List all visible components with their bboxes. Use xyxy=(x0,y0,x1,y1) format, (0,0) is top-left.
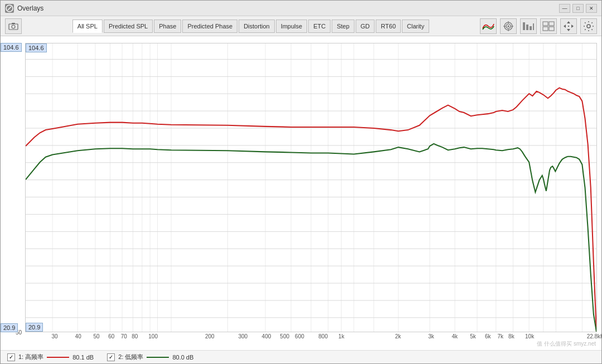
y-bottom-value: 20.9 xyxy=(1,323,18,332)
svg-rect-24 xyxy=(568,26,569,27)
svg-marker-20 xyxy=(567,21,570,23)
svg-marker-23 xyxy=(571,25,574,28)
tab-impulse[interactable]: Impulse xyxy=(276,20,308,33)
svg-rect-12 xyxy=(523,22,525,30)
chart-container: SPL 104.6 20.9 100 95 90 85 80 75 70 65 … xyxy=(1,38,601,350)
tab-all-spl[interactable]: All SPL xyxy=(72,20,103,33)
svg-point-25 xyxy=(587,25,590,28)
svg-marker-21 xyxy=(567,29,570,31)
toolbar-right xyxy=(480,18,597,34)
svg-point-7 xyxy=(508,25,509,27)
window-title: Overlays xyxy=(17,4,43,12)
tab-phase[interactable]: Phase xyxy=(154,20,181,33)
x-tick-3k: 3k xyxy=(428,333,434,339)
legend-label-2: 2: 低频率 xyxy=(118,353,143,361)
svg-rect-14 xyxy=(530,26,532,30)
x-tick-300: 300 xyxy=(238,333,247,339)
tab-rt60[interactable]: RT60 xyxy=(376,20,401,33)
x-tick-6k: 6k xyxy=(485,333,491,339)
target-icon-btn[interactable] xyxy=(500,18,517,34)
x-tick-22.8kHz: 22.8kHz xyxy=(587,333,602,339)
title-bar-left: Overlays xyxy=(5,4,43,13)
settings-icon-btn[interactable] xyxy=(580,18,597,34)
tab-buttons: All SPL Predicted SPL Phase Predicted Ph… xyxy=(72,20,429,33)
legend-checkbox-2[interactable]: ✓ xyxy=(107,353,115,361)
chart-bottom-left-value: 20.9 xyxy=(26,323,43,332)
legend-db-2: 80.0 dB xyxy=(172,354,193,361)
x-tick-4k: 4k xyxy=(452,333,458,339)
chart-plot: /* computed in JS below */ xyxy=(25,43,597,332)
toolbar: All SPL Predicted SPL Phase Predicted Ph… xyxy=(1,16,601,36)
x-tick-800: 800 xyxy=(318,333,328,339)
overlays-window: Overlays — □ ✕ All SPL Predicted SPL Pha… xyxy=(0,0,602,364)
x-tick-400: 400 xyxy=(262,333,271,339)
x-tick-600: 600 xyxy=(295,333,304,339)
x-tick-200: 200 xyxy=(205,333,215,339)
tab-predicted-spl[interactable]: Predicted SPL xyxy=(104,20,153,33)
svg-rect-16 xyxy=(543,22,548,26)
legend-line-2 xyxy=(147,357,169,358)
svg-rect-4 xyxy=(12,23,15,24)
tab-etc[interactable]: ETC xyxy=(308,20,331,33)
x-tick-80: 80 xyxy=(132,333,138,339)
svg-rect-18 xyxy=(543,27,548,31)
legend-db-1: 80.1 dB xyxy=(72,354,94,361)
window-controls: — □ ✕ xyxy=(559,4,597,13)
chart-top-left-value: 104.6 xyxy=(26,43,47,52)
svg-point-3 xyxy=(12,25,15,28)
x-tick-40: 40 xyxy=(75,333,81,339)
x-tick-2k: 2k xyxy=(395,333,401,339)
bar-chart-icon-btn[interactable] xyxy=(520,18,537,34)
tab-gd[interactable]: GD xyxy=(356,20,375,33)
svg-rect-15 xyxy=(533,23,534,30)
x-axis: 3040506070801002003004005006008001k2k3k4… xyxy=(25,332,597,348)
tab-clarity[interactable]: Clarity xyxy=(402,20,429,33)
x-tick-1k: 1k xyxy=(338,333,344,339)
panels-icon-btn[interactable] xyxy=(540,18,557,34)
title-bar: Overlays — □ ✕ xyxy=(1,1,601,16)
x-ticks: 3040506070801002003004005006008001k2k3k4… xyxy=(25,332,597,348)
watermark-text: 值 什么值得买 smyz.net xyxy=(537,340,596,348)
tab-distortion[interactable]: Distortion xyxy=(239,20,274,33)
svg-rect-13 xyxy=(526,25,528,30)
svg-line-1 xyxy=(8,7,11,10)
legend-checkbox-1[interactable]: ✓ xyxy=(7,353,15,361)
close-button[interactable]: ✕ xyxy=(586,4,597,13)
pan-icon-btn[interactable] xyxy=(560,18,577,34)
x-tick-10k: 10k xyxy=(525,333,534,339)
svg-marker-22 xyxy=(564,25,566,28)
x-tick-5k: 5k xyxy=(470,333,476,339)
toolbar-left xyxy=(5,18,22,34)
x-tick-50: 50 xyxy=(93,333,99,339)
x-tick-30: 30 xyxy=(51,333,57,339)
legend-line-1 xyxy=(47,357,69,358)
x-tick-60: 60 xyxy=(108,333,114,339)
camera-button[interactable] xyxy=(5,18,22,34)
tab-predicted-phase[interactable]: Predicted Phase xyxy=(182,20,237,33)
watermark: 值 什么值得买 smyz.net xyxy=(537,340,596,348)
legend-item-1: ✓ 1: 高频率 80.1 dB xyxy=(7,353,94,361)
minimize-button[interactable]: — xyxy=(559,4,570,13)
legend-item-2: ✓ 2: 低频率 80.0 dB xyxy=(107,353,193,361)
legend-bar: ✓ 1: 高频率 80.1 dB ✓ 2: 低频率 80.0 dB 值 什么值得… xyxy=(1,350,601,363)
y-top-value: 104.6 xyxy=(1,43,22,52)
x-tick-500: 500 xyxy=(280,333,289,339)
x-tick-70: 70 xyxy=(121,333,127,339)
chart-area: SPL 104.6 20.9 100 95 90 85 80 75 70 65 … xyxy=(1,36,601,363)
x-tick-7k: 7k xyxy=(498,333,504,339)
maximize-button[interactable]: □ xyxy=(572,4,584,13)
x-tick-8k: 8k xyxy=(508,333,514,339)
legend-label-1: 1: 高频率 xyxy=(18,353,43,361)
overlay-icon-btn[interactable] xyxy=(480,18,497,34)
tab-step[interactable]: Step xyxy=(332,20,355,33)
svg-rect-19 xyxy=(549,27,554,31)
app-icon xyxy=(5,4,14,13)
x-tick-100: 100 xyxy=(148,333,158,339)
svg-rect-17 xyxy=(549,22,554,26)
y-axis: 104.6 20.9 100 95 90 85 80 75 70 65 60 5… xyxy=(1,43,25,332)
